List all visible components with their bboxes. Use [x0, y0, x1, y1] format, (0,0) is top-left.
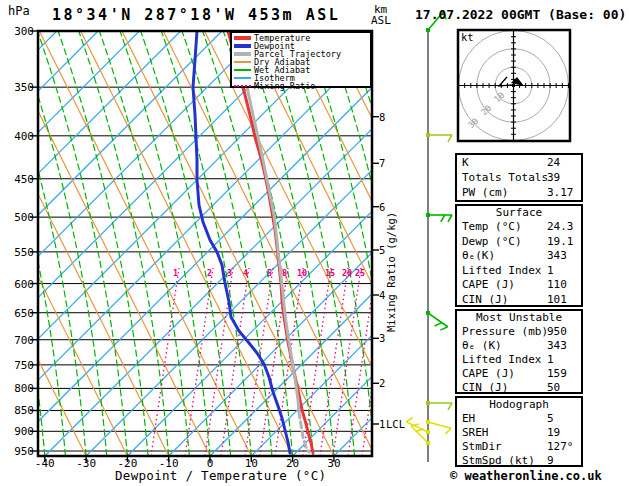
table-row-value: 24.3 [547, 220, 574, 235]
km-tick-label: 6 [379, 201, 385, 213]
mixing-ratio-label: 15 [325, 268, 335, 278]
table-row-label: θₑ(K) [462, 249, 547, 264]
table-row-value: 950 [547, 325, 567, 339]
table-row-value: 159 [547, 367, 567, 381]
stats-table-indices: K24Totals Totals39PW (cm)3.17 [455, 153, 583, 202]
mixing-ratio-label: 8 [282, 268, 287, 278]
table-row-value: 19 [547, 426, 560, 440]
legend-swatch [234, 77, 251, 79]
legend: TemperatureDewpointParcel TrajectoryDry … [230, 31, 372, 88]
pressure-tick-label: 600 [6, 278, 34, 291]
asl-unit-label: ASL [371, 14, 391, 27]
table-row-value: 24 [547, 155, 560, 170]
km-tick-label: 4 [379, 289, 385, 301]
table-row-label: CAPE (J) [462, 367, 547, 381]
table-row-value: 343 [547, 249, 567, 264]
table-row: EH5 [457, 412, 581, 426]
table-row-label: Totals Totals [462, 170, 547, 185]
mixing-ratio-label: 4 [243, 268, 248, 278]
legend-item: Temperature [232, 34, 370, 42]
pressure-tick-label: 300 [6, 25, 34, 38]
table-row: θₑ (K)343 [457, 339, 581, 353]
table-row-value: 5 [547, 412, 554, 426]
table-row-label: Dewp (°C) [462, 235, 547, 250]
table-row: Temp (°C)24.3 [457, 220, 581, 235]
pressure-tick-label: 400 [6, 130, 34, 143]
legend-item: Wet Adiabat [232, 66, 370, 74]
table-row-value: 343 [547, 339, 567, 353]
legend-swatch [234, 69, 251, 71]
table-row: Totals Totals39 [457, 170, 581, 185]
table-row-value: 3.17 [547, 185, 574, 200]
table-row: StmSpd (kt)9 [457, 454, 581, 468]
table-row-label: CIN (J) [462, 293, 547, 308]
table-row: CIN (J)50 [457, 381, 581, 395]
mixing-ratio-label: 3 [227, 268, 232, 278]
plot-border [38, 31, 372, 456]
table-row: K24 [457, 155, 581, 170]
wind-barb [426, 401, 452, 410]
mixing-ratio-label: 20 [342, 268, 352, 278]
wind-barb [411, 424, 430, 445]
table-row-label: Pressure (mb) [462, 325, 547, 339]
wind-barb [426, 133, 452, 142]
table-row-value: 101 [547, 293, 567, 308]
table-row-label: EH [462, 412, 547, 426]
table-row-label: SREH [462, 426, 547, 440]
km-tick-label: 2 [379, 377, 385, 389]
stats-table-hodograph: HodographEH5SREH19StmDir127°StmSpd (kt)9 [455, 396, 583, 467]
pressure-tick-label: 750 [6, 359, 34, 372]
stats-table-surface: SurfaceTemp (°C)24.3Dewp (°C)19.1θₑ(K)34… [455, 204, 583, 307]
legend-item: Mixing Ratio [232, 82, 370, 90]
table-row-label: K [462, 155, 547, 170]
table-row: CAPE (J)110 [457, 278, 581, 293]
mixing-ratio-label: 2 [207, 268, 212, 278]
table-row-value: 39 [547, 170, 560, 185]
temp-tick-label: -10 [151, 457, 187, 470]
temp-tick-label: 20 [275, 457, 311, 470]
pressure-tick-label: 700 [6, 334, 34, 347]
table-row-value: 1 [547, 264, 554, 279]
wind-barb [426, 213, 452, 222]
pressure-tick-label: 850 [6, 404, 34, 417]
temp-tick-label: 30 [316, 457, 352, 470]
mixing-ratio-label: 10 [297, 268, 307, 278]
table-row: StmDir127° [457, 440, 581, 454]
table-row-value: 19.1 [547, 235, 574, 250]
legend-swatch [234, 36, 251, 40]
pressure-tick-label: 450 [6, 173, 34, 186]
pressure-tick-label: 800 [6, 382, 34, 395]
legend-swatch [234, 52, 251, 56]
pressure-tick-label: 900 [6, 425, 34, 438]
mixing-axis-title: Mixing Ratio (g/kg) [385, 212, 397, 332]
temp-tick-label: -20 [109, 457, 145, 470]
mixing-ratio-label: 25 [355, 268, 365, 278]
table-row: Lifted Index1 [457, 353, 581, 367]
pressure-unit-label: hPa [8, 4, 30, 18]
table-header: Hodograph [457, 398, 581, 412]
table-row-value: 50 [547, 381, 560, 395]
temp-tick-label: 0 [192, 457, 228, 470]
pressure-tick-label: 650 [6, 307, 34, 320]
credit-footer: © weatheronline.co.uk [450, 469, 602, 483]
table-row: CIN (J)101 [457, 293, 581, 308]
table-row: Dewp (°C)19.1 [457, 235, 581, 250]
table-row: CAPE (J)159 [457, 367, 581, 381]
temp-tick-label: 10 [233, 457, 269, 470]
table-header: Most Unstable [457, 311, 581, 325]
stats-table-most-unstable: Most UnstablePressure (mb)950θₑ (K)343Li… [455, 309, 583, 394]
legend-label: Mixing Ratio [254, 82, 315, 90]
table-row: PW (cm)3.17 [457, 185, 581, 200]
table-row-label: StmDir [462, 440, 547, 454]
table-row: Pressure (mb)950 [457, 325, 581, 339]
valid-datetime: 17.07.2022 00GMT (Base: 00) [415, 7, 626, 22]
table-row-label: Temp (°C) [462, 220, 547, 235]
table-row-label: StmSpd (kt) [462, 454, 547, 468]
table-row-label: CIN (J) [462, 381, 547, 395]
table-row-value: 127° [547, 440, 574, 454]
pressure-tick-label: 500 [6, 211, 34, 224]
table-row-value: 9 [547, 454, 554, 468]
pressure-tick-label: 550 [6, 246, 34, 259]
km-tick-label: 3 [379, 332, 385, 344]
table-row-label: PW (cm) [462, 185, 547, 200]
